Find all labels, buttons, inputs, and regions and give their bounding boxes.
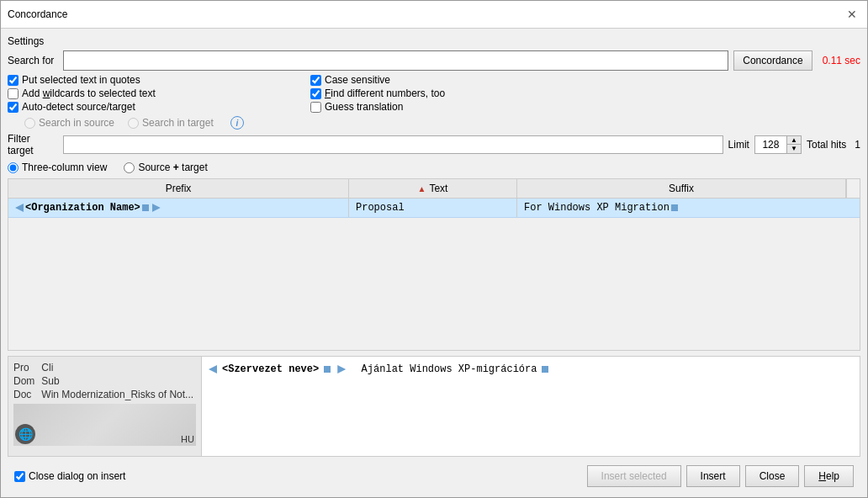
right-nav-arrow (152, 204, 161, 212)
dom-value: Sub (41, 375, 196, 387)
help-button[interactable]: Help (804, 465, 854, 487)
suffix-column-header[interactable]: Suffix (517, 179, 846, 198)
concordance-button[interactable]: Concordance (733, 50, 812, 71)
spinner-buttons: ▲ ▼ (787, 136, 801, 153)
guess-translation-checkbox[interactable]: Guess translation (310, 101, 860, 113)
title-bar: Concordance ✕ (1, 1, 867, 29)
spinner-down-button[interactable]: ▼ (787, 145, 801, 153)
limit-spinner[interactable]: ▲ ▼ (754, 135, 802, 154)
search-row: Search for Concordance 0.11 sec (8, 50, 860, 71)
text-column-header[interactable]: ▲ Text (349, 179, 517, 198)
square-icon-1 (142, 204, 149, 211)
settings-label: Settings (8, 35, 860, 47)
time-label: 0.11 sec (823, 55, 860, 66)
prefix-cell: <Organization Name> (8, 199, 349, 217)
close-window-button[interactable]: ✕ (844, 6, 860, 23)
doc-label: Doc (13, 389, 34, 400)
doc-value: Win Modernization_Risks of Not... (41, 389, 196, 400)
put-in-quotes-checkbox[interactable]: Put selected text in quotes (8, 74, 310, 86)
trans-content: Ajánlat Windows XP-migrációra (349, 363, 537, 375)
language-badge: HU (181, 434, 194, 444)
suffix-square-icon (671, 204, 678, 211)
sort-icon: ▲ (418, 184, 426, 193)
info-icon: i (230, 116, 244, 130)
source-target-radio[interactable]: Source + target (124, 162, 207, 173)
text-cell: Proposal (349, 199, 517, 217)
auto-detect-checkbox[interactable]: Auto-detect source/target (8, 101, 310, 113)
trans-square-2 (542, 366, 548, 373)
main-content: Settings Search for Concordance 0.11 sec… (1, 29, 867, 497)
right-checkboxes: Case sensitive Find different numbers, t… (310, 74, 860, 130)
thumbnail-icon: 🌐 (15, 424, 35, 444)
footer-buttons: Insert selected Insert Close Help (587, 465, 854, 487)
spinner-up-button[interactable]: ▲ (787, 136, 801, 145)
limit-value-input[interactable] (755, 136, 787, 153)
footer: Close dialog on insert Insert selected I… (8, 462, 860, 490)
total-hits-label: Total hits (807, 139, 846, 151)
insert-selected-button[interactable]: Insert selected (587, 465, 681, 487)
search-for-label: Search for (8, 55, 58, 66)
meta-grid: Pro Cli Dom Sub Doc Win Modernization_Ri… (13, 362, 196, 400)
filter-target-input[interactable] (63, 135, 723, 154)
trans-square-1 (324, 366, 331, 373)
search-in-source-radio[interactable]: Search in source (24, 117, 114, 129)
limit-label: Limit (728, 139, 749, 151)
checkboxes-area: Put selected text in quotes Add wildcard… (8, 74, 860, 130)
trans-tag-text: <Szervezet neve> (222, 363, 319, 375)
insert-button[interactable]: Insert (686, 465, 740, 487)
three-column-radio[interactable]: Three-column view (8, 162, 107, 173)
window-title: Concordance (8, 8, 67, 20)
pro-label: Pro (13, 362, 34, 374)
left-checkboxes: Put selected text in quotes Add wildcard… (8, 74, 310, 130)
translation-panel: <Szervezet neve> Ajánlat Windows XP-migr… (202, 357, 860, 456)
total-hits-value: 1 (855, 139, 860, 151)
close-button[interactable]: Close (745, 465, 800, 487)
pro-value: Cli (41, 362, 196, 374)
translation-text: <Szervezet neve> Ajánlat Windows XP-migr… (209, 363, 550, 375)
case-sensitive-checkbox[interactable]: Case sensitive (310, 74, 860, 86)
view-options: Three-column view Source + target (8, 162, 860, 173)
search-input[interactable] (63, 50, 728, 71)
source-target-radio-row: Search in source Search in target i (8, 116, 310, 130)
bottom-section: Pro Cli Dom Sub Doc Win Modernization_Ri… (8, 356, 860, 457)
prefix-column-header[interactable]: Prefix (8, 179, 349, 198)
document-thumbnail: 🌐 HU (13, 404, 196, 446)
close-on-insert-checkbox[interactable]: Close dialog on insert (14, 470, 125, 482)
trans-left-arrow (209, 365, 217, 374)
add-wildcards-checkbox[interactable]: Add wildcards to selected text (8, 87, 310, 99)
concordance-window: Concordance ✕ Settings Search for Concor… (0, 0, 868, 498)
scrollbar-header-spacer (846, 179, 860, 198)
dom-label: Dom (13, 375, 34, 387)
metadata-panel: Pro Cli Dom Sub Doc Win Modernization_Ri… (8, 357, 202, 456)
find-different-numbers-checkbox[interactable]: Find different numbers, too (310, 87, 860, 99)
trans-right-arrow (337, 365, 346, 374)
search-in-target-radio[interactable]: Search in target (128, 117, 214, 129)
filter-target-label: Filter target (8, 133, 58, 156)
prefix-tag-text: <Organization Name> (25, 202, 140, 214)
table-body: <Organization Name> Proposal For Windows… (8, 199, 860, 350)
left-nav-arrow (15, 204, 24, 212)
table-row[interactable]: <Organization Name> Proposal For Windows… (8, 199, 860, 218)
table-header: Prefix ▲ Text Suffix (8, 179, 860, 199)
suffix-cell: For Windows XP Migration (517, 199, 860, 217)
filter-row: Filter target Limit ▲ ▼ Total hits 1 (8, 133, 860, 156)
results-table: Prefix ▲ Text Suffix <Organization Name> (8, 178, 860, 351)
